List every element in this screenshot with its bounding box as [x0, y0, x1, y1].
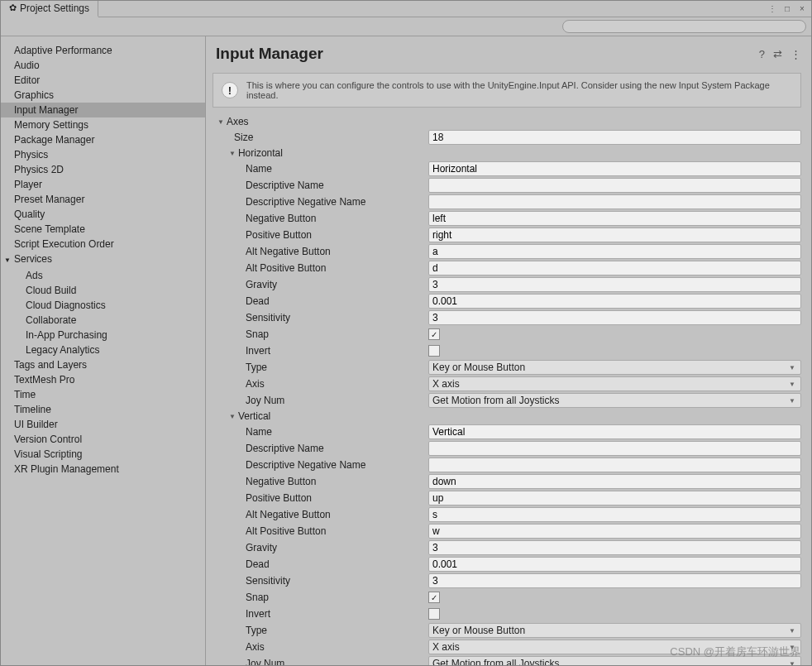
sidebar-item-in-app-purchasing[interactable]: In-App Purchasing	[1, 328, 205, 343]
gravity-input[interactable]	[428, 540, 801, 555]
sidebar-item-textmesh-pro[interactable]: TextMesh Pro	[1, 372, 205, 387]
gravity-input[interactable]	[428, 277, 801, 292]
axis-title: Horizontal	[238, 147, 283, 159]
gravity-label: Gravity	[246, 542, 428, 553]
type-label: Type	[246, 362, 428, 373]
alt-negative-button-input[interactable]	[428, 507, 801, 522]
type-select[interactable]: Key or Mouse Button	[428, 623, 801, 638]
sidebar-item-memory-settings[interactable]: Memory Settings	[1, 117, 205, 132]
sidebar-item-cloud-diagnostics[interactable]: Cloud Diagnostics	[1, 298, 205, 313]
joy-num-select[interactable]: Get Motion from all Joysticks	[428, 393, 801, 408]
titlebar: ✿ Project Settings ⋮ □ ×	[1, 1, 811, 17]
sidebar-item-player[interactable]: Player	[1, 177, 205, 192]
page-title: Input Manager	[216, 45, 323, 63]
preset-icon[interactable]: ⇄	[773, 48, 782, 60]
positive-button-label: Positive Button	[246, 492, 428, 504]
axes-label: Axes	[227, 116, 249, 127]
sidebar-item-visual-scripting[interactable]: Visual Scripting	[1, 447, 205, 462]
name-input[interactable]	[428, 424, 801, 439]
negative-button-label: Negative Button	[246, 476, 428, 487]
dead-input[interactable]	[428, 294, 801, 309]
content: ! This is where you can configure the co…	[206, 69, 811, 665]
sidebar-item-adaptive-performance[interactable]: Adaptive Performance	[1, 43, 205, 58]
chevron-down-icon	[229, 413, 236, 420]
sidebar-item-graphics[interactable]: Graphics	[1, 88, 205, 103]
descriptive-negative-name-input[interactable]	[428, 458, 801, 472]
positive-button-input[interactable]	[428, 228, 801, 242]
sidebar-item-timeline[interactable]: Timeline	[1, 402, 205, 417]
sidebar-item-script-execution-order[interactable]: Script Execution Order	[1, 237, 205, 252]
axis-foldout-vertical[interactable]: Vertical	[217, 409, 805, 424]
sensitivity-label: Sensitivity	[246, 575, 428, 587]
invert-label: Invert	[246, 345, 428, 357]
positive-button-label: Positive Button	[246, 229, 428, 241]
sidebar-item-editor[interactable]: Editor	[1, 73, 205, 88]
sidebar-item-collaborate[interactable]: Collaborate	[1, 313, 205, 328]
negative-button-input[interactable]	[428, 211, 801, 226]
sidebar-item-legacy-analytics[interactable]: Legacy Analytics	[1, 343, 205, 357]
tab-project-settings[interactable]: ✿ Project Settings	[1, 1, 98, 17]
axis-label: Axis	[246, 641, 428, 653]
descriptive-name-input[interactable]	[428, 441, 801, 456]
axes-foldout[interactable]: Axes	[217, 114, 805, 129]
sidebar-item-audio[interactable]: Audio	[1, 58, 205, 73]
sidebar-item-cloud-build[interactable]: Cloud Build	[1, 283, 205, 298]
axis-select[interactable]: X axis	[428, 640, 801, 654]
maximize-icon[interactable]: □	[781, 3, 793, 15]
dead-input[interactable]	[428, 557, 801, 572]
alt-positive-button-input[interactable]	[428, 524, 801, 539]
type-select[interactable]: Key or Mouse Button	[428, 360, 801, 375]
size-label: Size	[234, 132, 428, 143]
help-icon[interactable]: ?	[759, 48, 765, 60]
tab-label: Project Settings	[20, 2, 89, 14]
negative-button-input[interactable]	[428, 474, 801, 489]
sidebar-item-quality[interactable]: Quality	[1, 207, 205, 222]
joy-num-label: Joy Num	[246, 395, 428, 406]
descriptive-negative-name-input[interactable]	[428, 194, 801, 209]
sidebar-item-package-manager[interactable]: Package Manager	[1, 132, 205, 147]
sidebar-item-physics-2d[interactable]: Physics 2D	[1, 162, 205, 177]
gravity-label: Gravity	[246, 279, 428, 290]
descriptive-name-input[interactable]	[428, 178, 801, 193]
alt-negative-button-input[interactable]	[428, 244, 801, 259]
descriptive-negative-name-label: Descriptive Negative Name	[246, 459, 428, 471]
sensitivity-label: Sensitivity	[246, 312, 428, 323]
sidebar: Adaptive PerformanceAudioEditorGraphicsI…	[1, 36, 206, 665]
sidebar-item-ui-builder[interactable]: UI Builder	[1, 417, 205, 432]
invert-label: Invert	[246, 608, 428, 620]
alt-positive-button-input[interactable]	[428, 261, 801, 276]
positive-button-input[interactable]	[428, 491, 801, 505]
info-icon: !	[222, 82, 238, 98]
axis-foldout-horizontal[interactable]: Horizontal	[217, 146, 805, 161]
sidebar-item-ads[interactable]: Ads	[1, 268, 205, 283]
toolbar: ⌕	[1, 17, 811, 36]
menu-icon[interactable]: ⋮	[767, 3, 778, 15]
search-input[interactable]	[562, 20, 806, 33]
alt-positive-button-label: Alt Positive Button	[246, 525, 428, 537]
sidebar-item-time[interactable]: Time	[1, 387, 205, 402]
name-input[interactable]	[428, 161, 801, 176]
name-label: Name	[246, 426, 428, 438]
close-icon[interactable]: ×	[796, 3, 808, 15]
descriptive-negative-name-label: Descriptive Negative Name	[246, 196, 428, 208]
sidebar-item-preset-manager[interactable]: Preset Manager	[1, 192, 205, 207]
more-icon[interactable]: ⋮	[791, 48, 801, 60]
snap-checkbox[interactable]: ✓	[428, 592, 440, 603]
header: Input Manager ? ⇄ ⋮	[206, 36, 811, 69]
gear-icon: ✿	[9, 2, 17, 13]
size-input[interactable]	[428, 130, 801, 145]
sidebar-item-xr-plugin-management[interactable]: XR Plugin Management	[1, 462, 205, 477]
invert-checkbox[interactable]	[428, 345, 440, 357]
sensitivity-input[interactable]	[428, 310, 801, 325]
sidebar-item-tags-and-layers[interactable]: Tags and Layers	[1, 357, 205, 372]
axis-select[interactable]: X axis	[428, 376, 801, 391]
sidebar-item-services[interactable]: Services	[1, 252, 205, 268]
sidebar-item-version-control[interactable]: Version Control	[1, 432, 205, 447]
joy-num-select[interactable]: Get Motion from all Joysticks	[428, 656, 801, 665]
sidebar-item-scene-template[interactable]: Scene Template	[1, 222, 205, 237]
invert-checkbox[interactable]	[428, 608, 440, 620]
snap-checkbox[interactable]: ✓	[428, 328, 440, 340]
sidebar-item-physics[interactable]: Physics	[1, 147, 205, 162]
sensitivity-input[interactable]	[428, 573, 801, 588]
sidebar-item-input-manager[interactable]: Input Manager	[1, 103, 205, 117]
